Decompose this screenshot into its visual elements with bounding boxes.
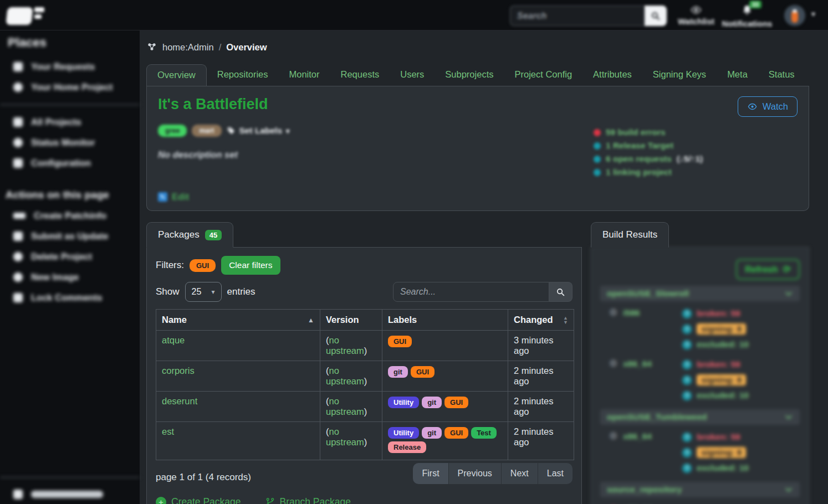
column-header-labels[interactable]: Labels (382, 310, 508, 331)
build-status-signing[interactable]: ?signing: 8 (682, 321, 800, 337)
package-search-button[interactable] (549, 282, 573, 302)
label-pill-git[interactable]: git (388, 366, 408, 378)
build-info-item[interactable]: 6 open requests(↓5/↑1) (594, 152, 703, 166)
package-link[interactable]: est (162, 426, 174, 436)
build-info-item[interactable]: 1 linking project (594, 166, 703, 179)
repository-header-opensuse-tumbleweed[interactable]: openSUSE_Tumbleweed (600, 409, 800, 425)
label-pill-release[interactable]: Release (388, 441, 426, 453)
user-avatar[interactable] (784, 5, 805, 26)
version-link[interactable]: no upstream (326, 396, 364, 416)
tab-monitor[interactable]: Monitor (278, 64, 330, 86)
build-status-excluded[interactable]: ?excluded: 10 (682, 337, 800, 352)
sidebar-item-partial[interactable] (0, 485, 140, 504)
global-search-button[interactable] (645, 6, 667, 26)
tab-signing-keys[interactable]: Signing Keys (642, 64, 717, 86)
column-header-changed[interactable]: Changed▲▼ (508, 310, 574, 331)
tab-build-results[interactable]: Build Results (591, 222, 669, 248)
label-pill-git[interactable]: git (422, 397, 442, 408)
create-package-button[interactable]: + Create Package (156, 496, 241, 504)
tab-status[interactable]: Status (758, 64, 805, 86)
version-link[interactable]: no upstream (326, 366, 364, 386)
sidebar-item-submit-as-update[interactable]: Submit as Update (0, 226, 140, 246)
build-info-item[interactable]: 1 Release Target (594, 139, 703, 152)
repository-header-opensuse-slowroll[interactable]: openSUSE_Slowroll (600, 286, 800, 301)
pagination-previous[interactable]: Previous (448, 463, 501, 484)
build-status-excluded[interactable]: ?excluded: 10 (682, 460, 800, 476)
arch-link[interactable]: x86_64 (623, 429, 652, 444)
clear-filters-button[interactable]: Clear filters (221, 256, 280, 275)
project-label[interactable]: mart (192, 125, 221, 137)
label-pill-gui[interactable]: GUI (444, 397, 468, 408)
build-status-broken[interactable]: ?broken: 59 (682, 306, 800, 321)
filter-pill-gui[interactable]: GUI (190, 259, 216, 272)
build-status-signing[interactable]: ?signing: 8 (682, 372, 800, 388)
arch-link[interactable]: x86_64 (623, 502, 652, 504)
package-link[interactable]: atque (162, 335, 185, 345)
build-status-excluded[interactable]: ?excluded: 10 (682, 388, 800, 403)
build-status-label: excluded: 10 (697, 340, 749, 349)
version-link[interactable]: no upstream (326, 335, 364, 356)
package-search-input[interactable] (393, 282, 549, 302)
repository-header-source-repository[interactable]: source_repository (600, 482, 800, 497)
page-size-select[interactable]: 25 ▾ (185, 282, 222, 302)
tab-requests[interactable]: Requests (330, 64, 390, 86)
label-pill-gui[interactable]: GUI (388, 336, 412, 347)
label-pill-gui[interactable]: GUI (411, 366, 435, 378)
sidebar-item-status-monitor[interactable]: Status Monitor (0, 132, 140, 153)
select-caret-icon: ▾ (212, 288, 215, 296)
sidebar-item-all-projects[interactable]: All Projects (0, 112, 140, 132)
watchlist-button[interactable]: Watchlist (675, 4, 717, 26)
global-search-input[interactable] (510, 6, 645, 26)
tab-repositories[interactable]: Repositories (207, 64, 279, 86)
main-content: home:Admin / Overview OverviewRepositori… (140, 30, 828, 504)
sidebar-item-configuration[interactable]: Configuration (0, 153, 140, 173)
status-list: ?broken: 59?signing: 8?excluded: 10 (682, 357, 800, 403)
user-menu-caret-icon[interactable]: ▾ (811, 9, 815, 18)
tab-project-config[interactable]: Project Config (504, 64, 582, 86)
set-labels-button[interactable]: Set Labels ▾ (227, 126, 290, 136)
sidebar-item-your-requests[interactable]: Your Requests (0, 56, 140, 77)
pagination-last[interactable]: Last (538, 463, 573, 484)
sidebar-item-new-image[interactable]: New Image (0, 267, 140, 287)
sidebar-item-create-patchinfo[interactable]: Create Patchinfo (0, 205, 140, 226)
label-pill-git[interactable]: git (422, 427, 442, 439)
notifications-button[interactable]: 33 Notifications (719, 4, 775, 28)
build-status-signing[interactable]: ?signing: 8 (682, 445, 800, 460)
arch-link[interactable]: x86_64 (623, 357, 652, 371)
label-pill-gui[interactable]: GUI (444, 427, 468, 439)
watch-button[interactable]: Watch (738, 96, 798, 117)
edit-link[interactable]: ✎ Edit (158, 192, 189, 202)
label-pill-utility[interactable]: Utility (388, 427, 419, 439)
tab-overview[interactable]: Overview (146, 64, 207, 86)
sort-desc-icon: ▼ (563, 320, 568, 325)
build-status-broken[interactable]: ?broken: 59 (682, 429, 800, 445)
package-link[interactable]: deserunt (162, 396, 197, 406)
branch-package-button[interactable]: Branch Package (265, 496, 351, 504)
tab-users[interactable]: Users (390, 64, 435, 86)
package-link[interactable]: corporis (162, 366, 195, 376)
label-pill-test[interactable]: Test (471, 427, 497, 439)
label-pill-utility[interactable]: Utility (388, 397, 419, 408)
sidebar-item-lock-comments[interactable]: Lock Comments (0, 287, 140, 308)
tab-attributes[interactable]: Attributes (582, 64, 642, 86)
pagination-first[interactable]: First (413, 463, 448, 484)
tab-meta[interactable]: Meta (717, 64, 758, 86)
tab-packages[interactable]: Packages 45 (146, 222, 233, 248)
status-dot-icon (594, 169, 601, 176)
version-link[interactable]: no upstream (326, 426, 364, 447)
column-header-version[interactable]: Version (320, 310, 382, 331)
build-info-item[interactable]: 59 build errors (594, 126, 703, 139)
arch-link[interactable]: i586 (623, 306, 640, 320)
column-header-name[interactable]: Name▲ (156, 310, 320, 331)
build-status-label: signing: 8 (697, 323, 746, 335)
pagination-next[interactable]: Next (501, 463, 538, 484)
sidebar-item-delete-project[interactable]: Delete Project (0, 246, 140, 267)
arch-cell: ⚙x86_64 (600, 357, 682, 403)
refresh-button[interactable]: Refresh ⟳ (736, 259, 800, 280)
tab-subprojects[interactable]: Subprojects (435, 64, 504, 86)
app-logo[interactable] (7, 3, 47, 28)
breadcrumb-project-link[interactable]: home:Admin (162, 42, 214, 53)
sidebar-item-your-home-project[interactable]: Your Home Project (0, 77, 140, 97)
project-label[interactable]: gree (158, 125, 187, 137)
build-status-broken[interactable]: ?broken: 59 (682, 357, 800, 372)
